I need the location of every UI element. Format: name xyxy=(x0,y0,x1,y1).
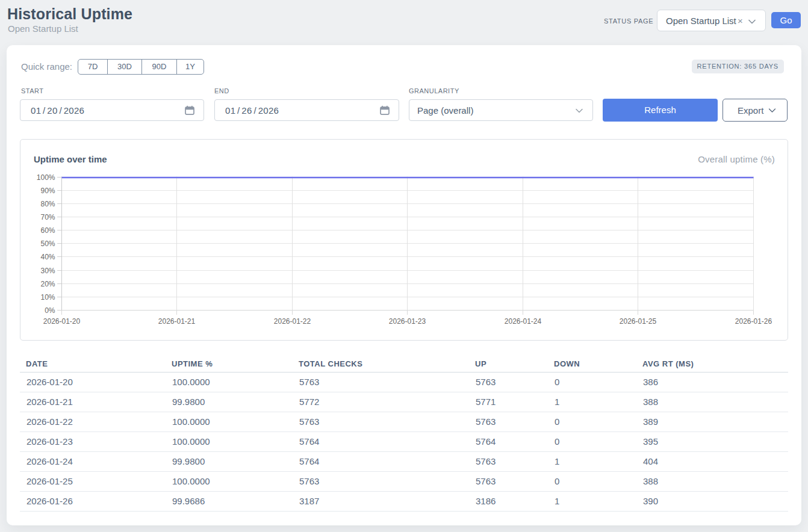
svg-text:20%: 20% xyxy=(40,280,55,288)
svg-text:60%: 60% xyxy=(40,226,55,235)
svg-text:80%: 80% xyxy=(40,200,55,208)
svg-text:2026-01-20: 2026-01-20 xyxy=(43,317,81,326)
svg-text:2026-01-26: 2026-01-26 xyxy=(735,317,772,326)
svg-text:2026-01-24: 2026-01-24 xyxy=(505,317,542,326)
svg-text:30%: 30% xyxy=(40,267,55,275)
svg-text:10%: 10% xyxy=(40,293,55,302)
svg-text:2026-01-25: 2026-01-25 xyxy=(620,317,657,326)
svg-text:2026-01-23: 2026-01-23 xyxy=(389,317,426,326)
svg-text:70%: 70% xyxy=(40,213,55,221)
svg-text:2026-01-22: 2026-01-22 xyxy=(274,317,311,326)
svg-text:0%: 0% xyxy=(45,306,55,315)
svg-text:90%: 90% xyxy=(40,187,55,195)
svg-text:50%: 50% xyxy=(40,240,55,248)
svg-text:100%: 100% xyxy=(37,173,55,182)
svg-text:40%: 40% xyxy=(40,253,55,261)
svg-text:2026-01-21: 2026-01-21 xyxy=(158,317,196,326)
